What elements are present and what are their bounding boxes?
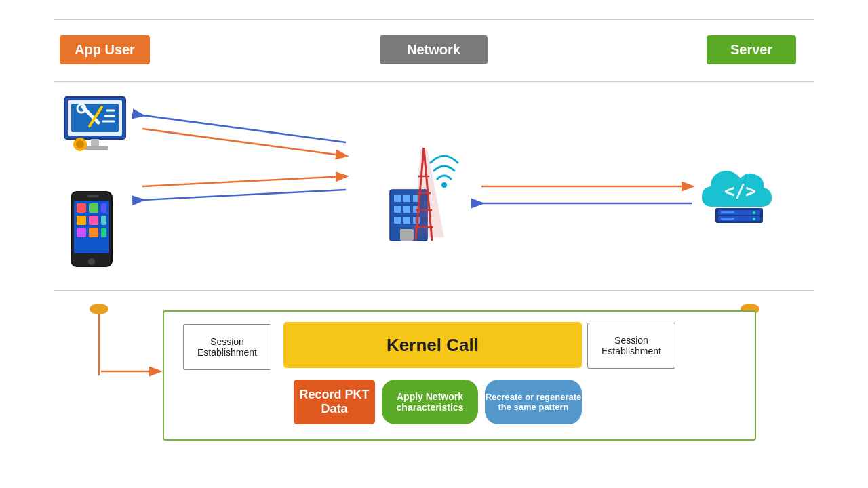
app-user-label: App User bbox=[60, 35, 150, 64]
server-label: Server bbox=[707, 35, 796, 64]
arrow-into-box-left bbox=[100, 365, 165, 378]
svg-rect-32 bbox=[394, 195, 401, 202]
svg-point-29 bbox=[88, 258, 95, 265]
svg-rect-39 bbox=[403, 217, 410, 224]
session-establishment-right: Session Establishment bbox=[587, 323, 675, 369]
session-right-text: Session Establishment bbox=[588, 335, 675, 357]
recreate-button: Recreate or regenerate the same pattern bbox=[485, 380, 582, 424]
apply-network-button: Apply Network characteristics bbox=[382, 380, 478, 424]
svg-rect-14 bbox=[79, 148, 81, 151]
session-left-text: Session Establishment bbox=[184, 336, 271, 358]
svg-line-60 bbox=[142, 176, 346, 186]
svg-rect-38 bbox=[394, 217, 401, 224]
network-label: Network bbox=[380, 35, 488, 64]
svg-rect-25 bbox=[101, 216, 106, 225]
svg-rect-16 bbox=[84, 143, 87, 146]
svg-rect-33 bbox=[403, 195, 410, 202]
svg-point-55 bbox=[753, 218, 755, 220]
svg-line-61 bbox=[142, 190, 346, 200]
svg-rect-27 bbox=[89, 228, 98, 237]
svg-rect-15 bbox=[73, 143, 76, 146]
app-user-text: App User bbox=[75, 42, 135, 57]
cloud-server-icon: </> bbox=[698, 152, 780, 227]
svg-rect-28 bbox=[101, 228, 106, 237]
svg-rect-56 bbox=[721, 211, 734, 214]
desktop-icon bbox=[61, 94, 136, 155]
svg-rect-36 bbox=[403, 206, 410, 213]
svg-rect-23 bbox=[77, 216, 86, 225]
oval-left-indicator bbox=[90, 304, 108, 314]
record-pkt-text: Record PKT Data bbox=[294, 388, 375, 416]
recreate-text: Recreate or regenerate the same pattern bbox=[485, 392, 582, 412]
svg-point-12 bbox=[76, 140, 84, 148]
svg-line-58 bbox=[142, 129, 346, 156]
svg-rect-41 bbox=[400, 229, 414, 241]
apply-network-text: Apply Network characteristics bbox=[382, 391, 478, 413]
svg-rect-26 bbox=[77, 228, 86, 237]
svg-rect-20 bbox=[77, 203, 86, 213]
phone-icon bbox=[68, 188, 119, 270]
mid-divider bbox=[54, 81, 814, 82]
svg-line-59 bbox=[142, 115, 346, 142]
arrows-top-area bbox=[136, 88, 393, 224]
session-establishment-left: Session Establishment bbox=[183, 324, 271, 370]
svg-rect-35 bbox=[394, 206, 401, 213]
svg-text:</>: </> bbox=[724, 181, 756, 201]
kernel-call-text: Kernel Call bbox=[387, 335, 479, 356]
svg-rect-13 bbox=[79, 138, 81, 140]
network-text: Network bbox=[407, 42, 460, 57]
svg-rect-57 bbox=[721, 218, 734, 220]
server-text: Server bbox=[730, 42, 772, 57]
svg-rect-9 bbox=[91, 139, 99, 146]
svg-rect-21 bbox=[89, 203, 98, 213]
svg-rect-24 bbox=[89, 216, 98, 225]
svg-point-54 bbox=[753, 211, 755, 214]
bottom-divider bbox=[54, 290, 814, 291]
svg-point-49 bbox=[441, 182, 447, 188]
top-divider bbox=[54, 19, 814, 20]
svg-rect-22 bbox=[101, 203, 106, 213]
arrows-right-area bbox=[475, 169, 705, 224]
svg-rect-30 bbox=[87, 195, 99, 197]
record-pkt-button: Record PKT Data bbox=[294, 380, 375, 424]
kernel-call-button: Kernel Call bbox=[283, 322, 582, 368]
